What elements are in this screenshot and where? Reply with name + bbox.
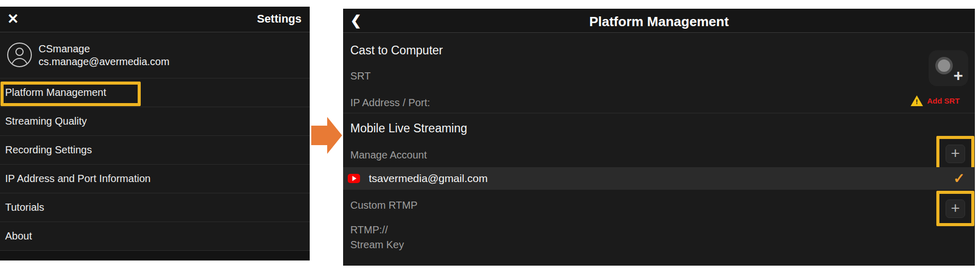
highlight-box-add-account: + xyxy=(936,136,974,172)
transition-arrow-icon xyxy=(311,117,342,154)
account-selected-check-icon: ✓ xyxy=(953,170,965,187)
settings-header: ✕ Settings xyxy=(0,7,310,32)
sidebar-item-recording-settings[interactable]: Recording Settings xyxy=(0,136,310,165)
cast-record-button[interactable]: + xyxy=(929,50,968,86)
avatar-head-shape xyxy=(15,48,24,56)
platform-management-header: ❮ Platform Management xyxy=(343,9,975,33)
warning-triangle-icon: ! xyxy=(911,95,923,106)
arrow-shaft-shape xyxy=(311,126,327,145)
menu-item-label: Tutorials xyxy=(5,202,44,213)
custom-rtmp-label: Custom RTMP xyxy=(350,199,418,211)
account-name: CSmanage xyxy=(39,43,169,55)
youtube-account-email: tsavermedia@gmail.com xyxy=(369,172,487,185)
user-avatar-icon xyxy=(7,43,32,67)
page-title: Platform Management xyxy=(343,14,975,30)
record-circle-icon xyxy=(935,57,953,74)
rtmp-url-label: RTMP:// xyxy=(350,224,388,236)
account-texts: CSmanage cs.manage@avermedia.com xyxy=(39,43,169,68)
screenshot-canvas: ✕ Settings CSmanage cs.manage@avermedia.… xyxy=(0,0,980,280)
avatar-body-shape xyxy=(11,58,28,67)
srt-label: SRT xyxy=(350,70,371,82)
menu-item-label: Streaming Quality xyxy=(5,115,87,127)
ip-address-port-label: IP Address / Port: xyxy=(350,97,430,109)
menu-item-label: About xyxy=(5,230,32,242)
menu-item-label: IP Address and Port Information xyxy=(5,173,150,185)
sidebar-item-streaming-quality[interactable]: Streaming Quality xyxy=(0,107,310,136)
add-rtmp-button[interactable]: + xyxy=(946,199,965,218)
add-srt-warning[interactable]: ! Add SRT xyxy=(911,95,959,106)
manage-account-label: Manage Account xyxy=(350,149,427,161)
mobile-live-streaming-label: Mobile Live Streaming xyxy=(350,122,467,135)
account-email: cs.manage@avermedia.com xyxy=(39,55,169,68)
arrow-head-shape xyxy=(327,117,342,154)
youtube-account-row[interactable]: tsavermedia@gmail.com xyxy=(343,167,975,190)
close-icon[interactable]: ✕ xyxy=(7,10,19,28)
add-srt-label: Add SRT xyxy=(927,96,959,105)
sidebar-item-about[interactable]: About xyxy=(0,222,310,251)
settings-title: Settings xyxy=(257,12,301,26)
settings-panel: ✕ Settings CSmanage cs.manage@avermedia.… xyxy=(0,7,310,261)
section-divider xyxy=(343,113,975,113)
play-triangle-shape xyxy=(352,176,356,181)
add-cast-icon: + xyxy=(953,66,963,85)
cast-to-computer-label: Cast to Computer xyxy=(350,44,443,57)
sidebar-item-platform-management[interactable]: Platform Management xyxy=(0,78,310,107)
highlight-box-add-rtmp: + xyxy=(936,191,974,226)
sidebar-item-ip-address-port-info[interactable]: IP Address and Port Information xyxy=(0,165,310,193)
panel-bottom-strip xyxy=(0,251,310,259)
youtube-icon xyxy=(348,174,360,183)
menu-item-label: Platform Management xyxy=(5,87,106,98)
menu-item-label: Recording Settings xyxy=(5,144,92,156)
account-row[interactable]: CSmanage cs.manage@avermedia.com xyxy=(0,32,310,78)
platform-management-panel: ❮ Platform Management Cast to Computer S… xyxy=(343,9,975,266)
add-account-button[interactable]: + xyxy=(946,145,965,163)
sidebar-item-tutorials[interactable]: Tutorials xyxy=(0,193,310,222)
warning-exclamation: ! xyxy=(911,98,923,106)
stream-key-label: Stream Key xyxy=(350,239,404,251)
